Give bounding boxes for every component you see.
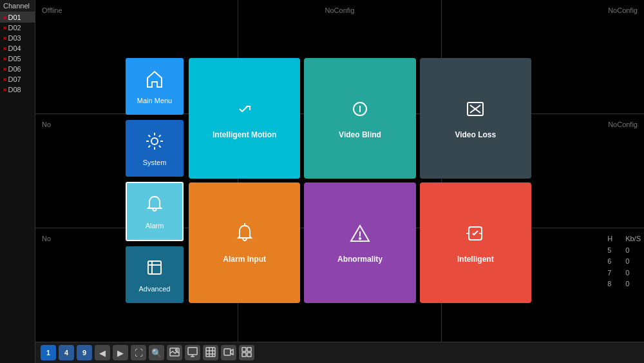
intelligent-motion-label: Intelligent Motion (213, 130, 276, 139)
channel-item-d01[interactable]: ×D01 (0, 12, 35, 23)
channel-item-d03[interactable]: ×D03 (0, 33, 35, 43)
channel-item-d08[interactable]: ×D08 (0, 84, 35, 95)
bw-unit: Kb/S 0 0 0 0 (625, 233, 641, 290)
abnormality-label: Abnormality (337, 255, 383, 264)
intelligent-label: Intelligent (457, 255, 494, 264)
tile-grid: Intelligent Motion Video Blind (189, 58, 531, 303)
alarm-input-tile[interactable]: Alarm Input (189, 182, 300, 303)
main-content: Offline NoConfig NoConfig No NoConfig No (35, 0, 644, 342)
zoom-icon: 🔍 (151, 348, 162, 358)
image-icon (169, 347, 180, 359)
video-blind-tile[interactable]: Video Blind (304, 58, 415, 179)
svg-point-0 (151, 138, 158, 144)
channel-x-icon: × (3, 55, 6, 63)
next-button[interactable]: ▶ (113, 345, 128, 360)
channel-item-d05[interactable]: ×D05 (0, 54, 35, 64)
svg-rect-24 (242, 353, 246, 357)
bandwidth-panel: H 5 6 7 8 Kb/S 0 0 0 0 (607, 233, 641, 290)
gear-icon (144, 131, 165, 155)
intelligent-icon (464, 222, 487, 250)
main-menu-label: Main Menu (137, 97, 172, 104)
alarm-button[interactable]: Alarm (126, 182, 184, 241)
prev-icon: ◀ (99, 348, 106, 358)
svg-rect-23 (247, 348, 251, 351)
channel-item-d02[interactable]: ×D02 (0, 23, 35, 33)
noconfig1-label: NoConfig (325, 6, 355, 14)
channel-header: Channel (0, 0, 35, 12)
video-loss-tile[interactable]: Video Loss (420, 58, 531, 179)
channel-item-d06[interactable]: ×D06 (0, 64, 35, 74)
advanced-label: Advanced (139, 285, 171, 293)
advanced-button[interactable]: Advanced (126, 246, 184, 303)
channel-x-icon: × (3, 24, 6, 32)
svg-rect-13 (188, 348, 197, 355)
channel-list: ×D01×D02×D03×D04×D05×D06×D07×D08 (0, 12, 35, 95)
video-blind-icon (348, 97, 372, 125)
left-menu: Main Menu System Alarm (126, 58, 184, 303)
no-label-row3: No (42, 235, 51, 242)
next-icon: ▶ (117, 348, 124, 358)
settings-button[interactable] (239, 345, 254, 360)
svg-rect-1 (148, 261, 161, 274)
main-menu-button[interactable]: Main Menu (126, 58, 184, 115)
layout-9-label: 9 (82, 349, 86, 357)
fullscreen-button[interactable]: ⛶ (131, 345, 146, 360)
layout-1-label: 1 (46, 349, 50, 357)
menu-overlay: Main Menu System Alarm (126, 58, 531, 303)
system-label: System (143, 159, 167, 166)
channel-item-d07[interactable]: ×D07 (0, 74, 35, 84)
alarm-label: Alarm (146, 222, 164, 230)
fullscreen-icon: ⛶ (135, 348, 143, 358)
svg-point-9 (359, 238, 361, 239)
abnormality-icon (348, 222, 372, 250)
channel-item-d04[interactable]: ×D04 (0, 43, 35, 54)
channel-label: D07 (8, 75, 21, 83)
network-icon (205, 347, 216, 359)
image-button[interactable] (167, 345, 182, 360)
layout-4-label: 4 (64, 349, 68, 357)
zoom-button[interactable]: 🔍 (149, 345, 164, 360)
channel-x-icon: × (3, 44, 6, 52)
noconfig2-label: NoConfig (608, 6, 638, 14)
layout-9-button[interactable]: 9 (77, 345, 92, 360)
channel-x-icon: × (3, 65, 6, 73)
noconfig3-label: NoConfig (608, 121, 638, 128)
channel-label: D04 (8, 44, 21, 52)
no-label-row2: No (42, 121, 51, 128)
svg-rect-22 (242, 348, 246, 351)
svg-rect-16 (206, 348, 215, 357)
channel-label: D06 (8, 65, 21, 73)
box-icon (144, 257, 165, 282)
record-button[interactable] (221, 345, 236, 360)
layout-1-button[interactable]: 1 (41, 345, 56, 360)
video-loss-label: Video Loss (455, 130, 496, 139)
intelligent-motion-tile[interactable]: Intelligent Motion (189, 58, 300, 179)
channel-x-icon: × (3, 75, 6, 83)
channel-x-icon: × (3, 14, 6, 21)
channel-label: D08 (8, 86, 21, 93)
intelligent-motion-icon (233, 97, 256, 125)
svg-rect-25 (247, 353, 251, 357)
settings-icon (242, 347, 252, 359)
channel-x-icon: × (3, 34, 6, 42)
channel-x-icon: × (3, 86, 6, 93)
main-toolbar: 1 4 9 ◀ ▶ ⛶ 🔍 (35, 342, 644, 363)
video-blind-label: Video Blind (339, 130, 381, 139)
bell-icon (144, 194, 165, 219)
alarm-input-icon (233, 222, 256, 250)
network-button[interactable] (203, 345, 218, 360)
channel-label: D03 (8, 34, 21, 42)
layout-4-button[interactable]: 4 (59, 345, 74, 360)
channel-label: D02 (8, 24, 21, 32)
record-icon (223, 347, 234, 359)
channel-label: D01 (8, 14, 21, 21)
bw-labels: H 5 6 7 8 (607, 233, 612, 290)
monitor-button[interactable] (185, 345, 200, 360)
intelligent-tile[interactable]: Intelligent (420, 182, 531, 303)
monitor-icon (187, 347, 198, 359)
abnormality-tile[interactable]: Abnormality (304, 182, 415, 303)
prev-button[interactable]: ◀ (95, 345, 110, 360)
channel-sidebar: Channel ×D01×D02×D03×D04×D05×D06×D07×D08 (0, 0, 35, 363)
system-button[interactable]: System (126, 120, 184, 177)
alarm-input-label: Alarm Input (223, 255, 266, 264)
